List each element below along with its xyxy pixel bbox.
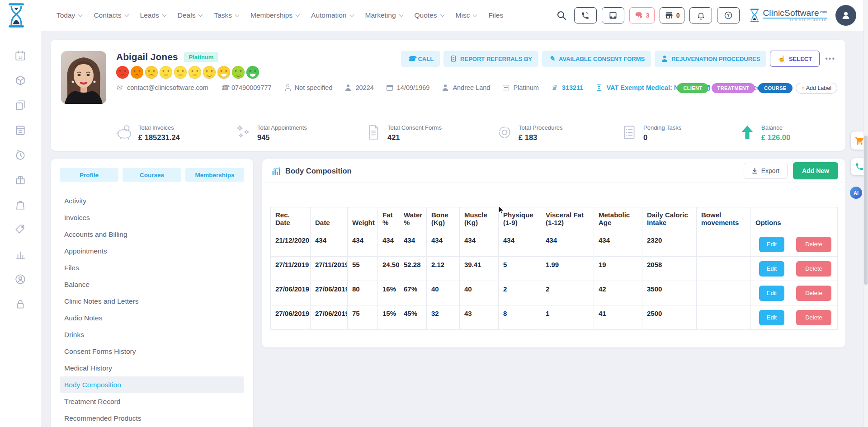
profile-tab[interactable]: Courses — [123, 168, 181, 182]
satisfaction-emoji[interactable] — [174, 66, 187, 79]
edit-button[interactable]: Edit — [759, 286, 784, 301]
add-label-button[interactable]: + Add Label — [796, 83, 837, 94]
history-clock-icon[interactable] — [14, 149, 26, 161]
profile-menu-item[interactable]: Audio Notes — [60, 310, 244, 326]
available-consent-forms-button[interactable]: AVAILABLE CONSENT FORMS — [542, 51, 651, 67]
column-header: Options — [751, 207, 838, 232]
chevron-down-icon — [440, 12, 444, 17]
nav-item[interactable]: Contacts — [94, 11, 128, 19]
emoji-eyes — [250, 70, 256, 72]
table-row: 21/12/2020 434 434 434 434 434 434 434 4… — [271, 232, 838, 257]
nav-item[interactable]: Deals — [178, 11, 203, 19]
rejuvenation-procedures-button[interactable]: REJUVENATION PROCEDURES — [655, 51, 766, 67]
chat-button[interactable]: 3 — [629, 7, 655, 23]
cell-fat: 434 — [378, 232, 399, 257]
delete-button[interactable]: Delete — [796, 286, 831, 301]
profile-menu-item[interactable]: Clinic Notes and Letters — [60, 293, 244, 310]
person-icon — [840, 10, 851, 21]
scrollbar-thumb[interactable] — [864, 136, 868, 285]
nav-item[interactable]: Leads — [140, 11, 166, 19]
satisfaction-emoji[interactable] — [246, 66, 259, 79]
nav-item[interactable]: Misc — [456, 11, 477, 19]
ai-assistant-widget[interactable]: AI — [850, 187, 862, 199]
more-options-button[interactable] — [823, 53, 837, 65]
user-avatar[interactable] — [835, 5, 856, 26]
cell-metabolic-age: 41 — [594, 305, 642, 330]
profile-menu-item[interactable]: Body Composition — [60, 376, 244, 393]
cell-muscle: 434 — [460, 232, 499, 257]
notifications-button[interactable] — [689, 7, 712, 23]
edit-button[interactable]: Edit — [759, 261, 784, 277]
profile-menu-item[interactable]: Activity — [60, 192, 244, 209]
satisfaction-emoji[interactable] — [232, 66, 245, 79]
nav-item[interactable]: Files — [488, 11, 503, 19]
profile-menu-item[interactable]: Appointments — [60, 243, 244, 259]
nav-item[interactable]: Marketing — [365, 11, 403, 19]
page-scrollbar[interactable] — [863, 0, 868, 427]
profile-menu-item[interactable]: Drinks — [60, 326, 244, 343]
inbox-button[interactable] — [602, 7, 624, 23]
profile-menu-item[interactable]: Invoices — [60, 209, 244, 226]
client-loyalty-points[interactable]: 313211 — [551, 84, 584, 91]
satisfaction-emoji[interactable] — [131, 66, 143, 79]
profile-menu-item[interactable]: Consent Forms History — [60, 343, 244, 360]
cell-date: 434 — [311, 232, 348, 257]
bookings-icon[interactable] — [14, 124, 26, 136]
profile-menu-item[interactable]: Treatment Record — [60, 393, 244, 410]
nav-item[interactable]: Memberships — [250, 11, 299, 19]
nav-item[interactable]: Today — [57, 11, 82, 19]
profile-menu-item[interactable]: Medical History — [60, 360, 244, 376]
storefront-icon — [665, 11, 674, 20]
help-button[interactable]: ? — [717, 7, 740, 23]
export-button[interactable]: Export — [744, 163, 788, 179]
cell-weight: 55 — [348, 257, 378, 281]
shopping-bag-icon[interactable] — [14, 199, 26, 211]
brand-hourglass-icon — [749, 8, 760, 23]
profile-menu-item[interactable]: Files — [60, 259, 244, 276]
task-list-icon — [621, 124, 637, 141]
edit-button[interactable]: Edit — [759, 237, 784, 252]
emoji-eyes — [192, 70, 198, 72]
add-new-button[interactable]: Add New — [793, 162, 838, 179]
package-icon[interactable] — [14, 75, 26, 86]
call-button[interactable]: CALL — [401, 51, 440, 67]
emoji-eyes — [235, 70, 242, 72]
vat-exempt-link[interactable]: VAT Exempt Medical: No — [595, 84, 683, 91]
report-referrals-button[interactable]: REPORT REFERRALS BY — [443, 51, 538, 67]
nav-item[interactable]: Tasks — [214, 11, 239, 19]
satisfaction-emoji[interactable] — [160, 66, 172, 79]
satisfaction-emoji[interactable] — [203, 66, 216, 79]
profile-side-panel: Profile Courses Memberships Activity Inv… — [51, 159, 253, 427]
select-button[interactable]: ☝SELECT — [770, 51, 820, 67]
support-person-icon[interactable] — [14, 273, 26, 285]
price-tag-icon[interactable] — [14, 224, 26, 235]
chevron-down-icon — [473, 12, 477, 17]
store-button[interactable]: 0 — [660, 7, 685, 23]
profile-tab[interactable]: Profile — [60, 168, 118, 182]
satisfaction-emoji[interactable] — [189, 66, 201, 79]
bar-chart-icon[interactable] — [14, 249, 26, 260]
delete-button[interactable]: Delete — [796, 261, 831, 277]
dialer-button[interactable] — [574, 7, 597, 23]
brand-logo[interactable]: ClinicSoftware.com TEN STEPS AHEAD — [749, 8, 827, 23]
edit-button[interactable]: Edit — [759, 310, 784, 325]
satisfaction-emoji[interactable] — [116, 66, 129, 79]
satisfaction-emoji[interactable] — [145, 66, 158, 79]
app-logo-hourglass-icon[interactable] — [6, 3, 41, 30]
delete-button[interactable]: Delete — [796, 310, 831, 325]
profile-menu-item[interactable]: Balance — [60, 276, 244, 293]
nav-item-label: Leads — [140, 11, 159, 19]
profile-menu-item[interactable]: Accounts and Billing — [60, 226, 244, 243]
gift-icon[interactable] — [14, 174, 26, 186]
lock-icon[interactable] — [14, 298, 26, 310]
calendar-icon[interactable]: 12 — [14, 50, 26, 61]
nav-item[interactable]: Quotes — [415, 11, 444, 19]
profile-tab[interactable]: Memberships — [185, 168, 244, 182]
nav-item[interactable]: Automation — [311, 11, 353, 19]
copy-pages-icon[interactable] — [14, 99, 26, 111]
profile-menu-item[interactable]: Recommended Products — [60, 410, 244, 427]
delete-button[interactable]: Delete — [796, 237, 831, 252]
cell-weight: 75 — [348, 305, 378, 330]
search-icon[interactable] — [557, 10, 566, 20]
satisfaction-emoji[interactable] — [217, 66, 230, 79]
